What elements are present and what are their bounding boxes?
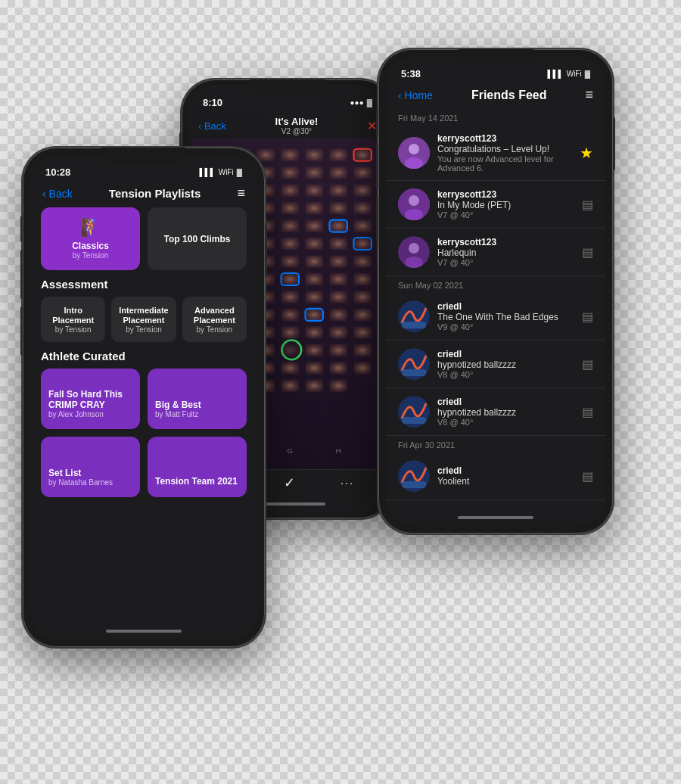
feed-item-6-detail: V8 @ 40° xyxy=(437,418,574,427)
phone-friends-feed: 5:38 ▌▌▌ WiFi ▓ ‹ Home Friends Feed ≡ Fr… xyxy=(378,49,613,534)
feed-item-5[interactable]: criedl hypnotized ballzzzz V8 @ 40° ▤ xyxy=(386,341,605,388)
phone3-nav: ‹ Home Friends Feed ≡ xyxy=(386,84,605,109)
feed-item-1-detail: You are now Advanced level for Advanced … xyxy=(437,154,572,173)
feed-item-4[interactable]: criedl The One With The Bad Edges V9 @ 4… xyxy=(386,293,605,341)
feed-item-6[interactable]: criedl hypnotized ballzzzz V8 @ 40° ▤ xyxy=(386,388,605,436)
curated-1-label: Fall So Hard This CRIMP CRAY xyxy=(48,389,132,411)
svg-rect-101 xyxy=(281,362,298,374)
curated-3-label: Set List xyxy=(48,468,132,478)
feed-item-2-detail: V7 @ 40° xyxy=(437,210,574,219)
phone1-nav-title: Tension Playlists xyxy=(109,187,201,200)
svg-rect-75 xyxy=(353,291,371,303)
svg-rect-54 xyxy=(353,238,371,250)
svg-point-122 xyxy=(409,243,419,254)
phone3-home-indicator xyxy=(386,509,605,526)
intro-label: Intro Placement xyxy=(47,306,99,325)
svg-rect-59 xyxy=(305,256,322,268)
date-header-1: Fri May 14 2021 xyxy=(386,109,605,126)
curated-2-label: Big & Best xyxy=(155,400,239,410)
more-icon[interactable]: ⋯ xyxy=(340,474,353,491)
phone3-title: Friends Feed xyxy=(471,89,547,102)
svg-rect-23 xyxy=(281,166,298,179)
intro-placement-card[interactable]: Intro Placement by Tension xyxy=(41,297,105,342)
svg-rect-26 xyxy=(353,166,371,179)
phone2-back-button[interactable]: ‹ Back xyxy=(198,120,226,132)
feed-item-3[interactable]: kerryscott123 Harlequin V7 @ 40° ▤ xyxy=(386,229,605,276)
curated-card-4[interactable]: Tension Team 2021 xyxy=(148,437,247,497)
phone3-back-button[interactable]: ‹ Home xyxy=(398,89,433,101)
curated-1-sub: by Alex Johnson xyxy=(48,410,132,418)
svg-rect-31 xyxy=(305,185,322,197)
svg-rect-73 xyxy=(305,291,322,303)
phone2-route-detail: V2 @30° xyxy=(275,127,319,135)
svg-rect-44 xyxy=(281,220,298,232)
svg-rect-89 xyxy=(353,326,371,338)
athlete-curated-title: Athlete Curated xyxy=(41,350,247,362)
svg-rect-15 xyxy=(281,149,298,161)
svg-rect-61 xyxy=(353,256,371,268)
svg-rect-74 xyxy=(329,291,347,303)
svg-rect-87 xyxy=(305,326,322,338)
svg-rect-103 xyxy=(329,362,347,374)
svg-rect-72 xyxy=(281,291,298,303)
svg-rect-129 xyxy=(402,417,426,424)
phone2-route-name: It's Alive! xyxy=(275,116,319,127)
classics-card[interactable]: 🧗 Classics by Tension xyxy=(41,207,140,270)
phone1-back-button[interactable]: ‹ Back xyxy=(42,188,73,200)
svg-rect-58 xyxy=(281,256,298,268)
svg-rect-96 xyxy=(329,344,347,356)
avatar-criedl3 xyxy=(398,396,430,428)
curated-card-3[interactable]: Set List by Natasha Barnes xyxy=(41,437,140,497)
feed-item-1[interactable]: kerryscott123 Congratulations – Level Up… xyxy=(386,126,605,181)
advanced-placement-card[interactable]: Advanced Placement by Tension xyxy=(182,297,247,342)
curated-card-1[interactable]: Fall So Hard This CRIMP CRAY by Alex Joh… xyxy=(41,369,140,429)
date-header-2: Sun May 02 2021 xyxy=(386,276,605,293)
svg-rect-95 xyxy=(305,344,322,356)
svg-point-119 xyxy=(409,195,419,206)
svg-rect-46 xyxy=(329,220,347,232)
feed-item-2[interactable]: kerryscott123 In My Mode (PET) V7 @ 40° … xyxy=(386,181,605,229)
intermediate-placement-card[interactable]: Intermediate Placement by Tension xyxy=(111,297,176,342)
svg-rect-17 xyxy=(329,149,347,161)
log-icon-7: ▤ xyxy=(582,469,593,484)
phone1-menu-icon[interactable]: ≡ xyxy=(237,185,245,201)
svg-rect-25 xyxy=(329,166,347,179)
feed-item-6-content: criedl hypnotized ballzzzz V8 @ 40° xyxy=(437,397,574,427)
check-icon[interactable]: ✓ xyxy=(284,474,295,491)
feed-item-7[interactable]: criedl Yoolient ▤ xyxy=(386,453,605,500)
top100-label: Top 100 Climbs xyxy=(164,234,231,244)
top100-card[interactable]: Top 100 Climbs xyxy=(148,207,247,270)
avatar-kerry3 xyxy=(398,236,430,268)
svg-point-116 xyxy=(409,144,419,154)
svg-rect-125 xyxy=(402,322,426,328)
feed-item-1-climb: Congratulations – Level Up! xyxy=(437,144,572,154)
svg-rect-33 xyxy=(353,185,371,197)
curated-card-2[interactable]: Big & Best by Matt Fultz xyxy=(148,369,247,429)
svg-rect-14 xyxy=(257,149,274,161)
advanced-sub: by Tension xyxy=(188,325,241,334)
feed-item-6-user: criedl xyxy=(437,397,574,407)
log-icon-2: ▤ xyxy=(582,198,593,212)
curated-4-label: Tension Team 2021 xyxy=(155,476,239,487)
feed-item-3-content: kerryscott123 Harlequin V7 @ 40° xyxy=(437,237,574,267)
star-icon-1: ★ xyxy=(580,144,593,162)
date-header-3: Fri Apr 30 2021 xyxy=(386,436,605,453)
feed-item-3-user: kerryscott123 xyxy=(437,237,574,247)
svg-rect-109 xyxy=(281,380,298,392)
log-icon-5: ▤ xyxy=(582,357,593,372)
avatar-kerry1 xyxy=(398,137,430,169)
svg-rect-110 xyxy=(305,380,322,392)
svg-rect-102 xyxy=(305,362,322,374)
feed-item-5-climb: hypnotized ballzzzz xyxy=(437,359,574,370)
feed-item-5-user: criedl xyxy=(437,349,574,359)
phone3-menu-icon[interactable]: ≡ xyxy=(585,87,593,103)
phone1-nav: ‹ Back Tension Playlists ≡ xyxy=(30,182,257,207)
svg-rect-80 xyxy=(305,309,322,321)
svg-rect-97 xyxy=(353,344,371,356)
svg-rect-32 xyxy=(329,185,347,197)
svg-rect-45 xyxy=(305,220,322,232)
svg-rect-37 xyxy=(281,202,298,214)
svg-rect-127 xyxy=(402,369,426,376)
avatar-criedl4 xyxy=(398,460,430,492)
curated-grid: Fall So Hard This CRIMP CRAY by Alex Joh… xyxy=(41,369,247,497)
